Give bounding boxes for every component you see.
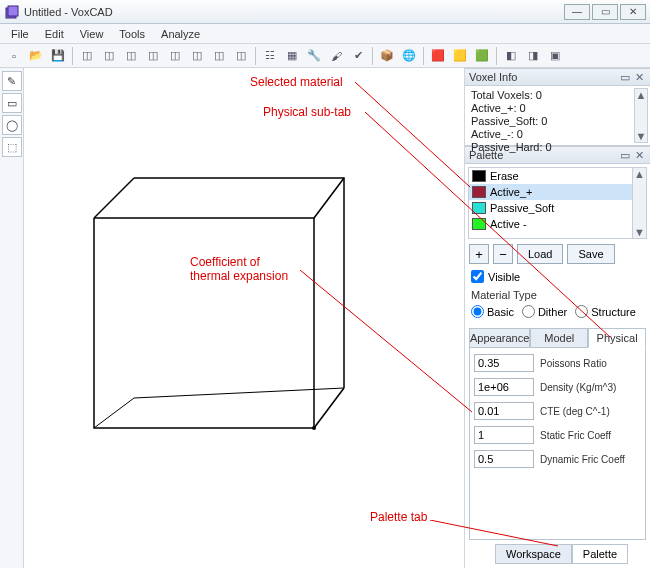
material-label: Active - <box>490 218 527 230</box>
window-title: Untitled - VoxCAD <box>24 6 564 18</box>
maximize-button[interactable]: ▭ <box>592 4 618 20</box>
material-row-erase[interactable]: Erase <box>469 168 646 184</box>
prop-poisson: Poissons Ratio <box>474 354 641 372</box>
toolbar-check-icon[interactable]: ✔ <box>348 46 368 66</box>
toolbar-wrench-icon[interactable]: 🔧 <box>304 46 324 66</box>
toolbar-separator <box>255 47 256 65</box>
toolbar-misc3-icon[interactable]: ▣ <box>545 46 565 66</box>
poisson-label: Poissons Ratio <box>540 358 607 369</box>
toolbar-list-icon[interactable]: ☷ <box>260 46 280 66</box>
undock-icon[interactable]: ▭ <box>618 71 632 84</box>
poisson-input[interactable] <box>474 354 534 372</box>
toolbar-cube3-icon[interactable]: ◫ <box>121 46 141 66</box>
select-tool-icon[interactable]: ⬚ <box>2 137 22 157</box>
material-swatch <box>472 186 486 198</box>
visible-row: Visible <box>471 270 644 283</box>
toolbar-misc2-icon[interactable]: ◨ <box>523 46 543 66</box>
voxel-info-header[interactable]: Voxel Info ▭ ✕ <box>465 68 650 86</box>
material-buttons: + − Load Save <box>469 244 646 264</box>
voxel-info-line: Total Voxels: 0 <box>471 89 644 102</box>
prop-cte: CTE (deg C^-1) <box>474 402 641 420</box>
property-subtabs: Appearance Model Physical <box>469 328 646 348</box>
cte-input[interactable] <box>474 402 534 420</box>
main-toolbar: ▫ 📂 💾 ◫ ◫ ◫ ◫ ◫ ◫ ◫ ◫ ☷ ▦ 🔧 🖌 ✔ 📦 🌐 🟥 🟨 … <box>0 44 650 68</box>
viewport-canvas[interactable] <box>24 68 464 568</box>
menu-tools[interactable]: Tools <box>112 26 152 42</box>
toolbar-red-icon[interactable]: 🟥 <box>428 46 448 66</box>
material-swatch <box>472 218 486 230</box>
prop-static-fric: Static Fric Coeff <box>474 426 641 444</box>
radio-structure[interactable]: Structure <box>575 305 636 318</box>
toolbar-save-icon[interactable]: 💾 <box>48 46 68 66</box>
voxel-info-line: Passive_Soft: 0 <box>471 115 644 128</box>
voxel-info-scrollbar[interactable]: ▲▼ <box>634 88 648 143</box>
close-button[interactable]: ✕ <box>620 4 646 20</box>
static-fric-input[interactable] <box>474 426 534 444</box>
svg-point-7 <box>312 426 316 430</box>
density-input[interactable] <box>474 378 534 396</box>
toolbar-cube-icon[interactable]: ◫ <box>77 46 97 66</box>
rectangle-tool-icon[interactable]: ▭ <box>2 93 22 113</box>
toolbar-yellow-icon[interactable]: 🟨 <box>450 46 470 66</box>
density-label: Density (Kg/m^3) <box>540 382 616 393</box>
tab-workspace[interactable]: Workspace <box>495 544 572 564</box>
voxel-info-line: Active_-: 0 <box>471 128 644 141</box>
physical-properties-panel: Poissons Ratio Density (Kg/m^3) CTE (deg… <box>469 348 646 540</box>
toolbar-cube8-icon[interactable]: ◫ <box>231 46 251 66</box>
toolbar-open-icon[interactable]: 📂 <box>26 46 46 66</box>
menu-view[interactable]: View <box>73 26 111 42</box>
menu-analyze[interactable]: Analyze <box>154 26 207 42</box>
toolbar-globe-icon[interactable]: 🌐 <box>399 46 419 66</box>
toolbar-misc1-icon[interactable]: ◧ <box>501 46 521 66</box>
dyn-fric-input[interactable] <box>474 450 534 468</box>
material-row-active-minus[interactable]: Active - <box>469 216 646 232</box>
toolbar-new-icon[interactable]: ▫ <box>4 46 24 66</box>
toolbar-green-icon[interactable]: 🟩 <box>472 46 492 66</box>
material-label: Active_+ <box>490 186 533 198</box>
voxel-info-line: Passive_Hard: 0 <box>471 141 644 154</box>
bottom-tabs: Workspace Palette <box>495 544 650 568</box>
svg-rect-1 <box>8 6 18 16</box>
ellipse-tool-icon[interactable]: ◯ <box>2 115 22 135</box>
subtab-appearance[interactable]: Appearance <box>469 328 530 348</box>
toolbar-cube4-icon[interactable]: ◫ <box>143 46 163 66</box>
toolbar-cube7-icon[interactable]: ◫ <box>209 46 229 66</box>
radio-dither[interactable]: Dither <box>522 305 567 318</box>
svg-line-6 <box>134 388 344 398</box>
add-material-button[interactable]: + <box>469 244 489 264</box>
material-row-passive-soft[interactable]: Passive_Soft <box>469 200 646 216</box>
subtab-model[interactable]: Model <box>530 328 588 348</box>
material-list[interactable]: Erase Active_+ Passive_Soft Active - ▲▼ <box>468 167 647 239</box>
prop-density: Density (Kg/m^3) <box>474 378 641 396</box>
cube-wireframe <box>84 168 364 448</box>
voxel-info-body: Total Voxels: 0 Active_+: 0 Passive_Soft… <box>465 86 650 146</box>
close-panel-icon[interactable]: ✕ <box>632 71 646 84</box>
material-row-active-plus[interactable]: Active_+ <box>469 184 646 200</box>
dyn-fric-label: Dynamic Fric Coeff <box>540 454 625 465</box>
menu-file[interactable]: File <box>4 26 36 42</box>
palette-body: Erase Active_+ Passive_Soft Active - ▲▼ … <box>465 164 650 568</box>
load-palette-button[interactable]: Load <box>517 244 563 264</box>
material-label: Passive_Soft <box>490 202 554 214</box>
menu-edit[interactable]: Edit <box>38 26 71 42</box>
prop-dyn-fric: Dynamic Fric Coeff <box>474 450 641 468</box>
subtab-physical[interactable]: Physical <box>588 328 646 348</box>
toolbar-cube6-icon[interactable]: ◫ <box>187 46 207 66</box>
visible-checkbox[interactable] <box>471 270 484 283</box>
save-palette-button[interactable]: Save <box>567 244 614 264</box>
svg-line-5 <box>94 398 134 428</box>
toolbar-box-icon[interactable]: 📦 <box>377 46 397 66</box>
minimize-button[interactable]: — <box>564 4 590 20</box>
toolbar-cube2-icon[interactable]: ◫ <box>99 46 119 66</box>
radio-basic[interactable]: Basic <box>471 305 514 318</box>
toolbar-cube5-icon[interactable]: ◫ <box>165 46 185 66</box>
tab-palette[interactable]: Palette <box>572 544 628 564</box>
pencil-tool-icon[interactable]: ✎ <box>2 71 22 91</box>
svg-line-3 <box>314 178 344 218</box>
material-list-scrollbar[interactable]: ▲▼ <box>632 168 646 238</box>
voxel-info-line: Active_+: 0 <box>471 102 644 115</box>
app-icon <box>4 4 20 20</box>
toolbar-grid-icon[interactable]: ▦ <box>282 46 302 66</box>
toolbar-paint-icon[interactable]: 🖌 <box>326 46 346 66</box>
remove-material-button[interactable]: − <box>493 244 513 264</box>
